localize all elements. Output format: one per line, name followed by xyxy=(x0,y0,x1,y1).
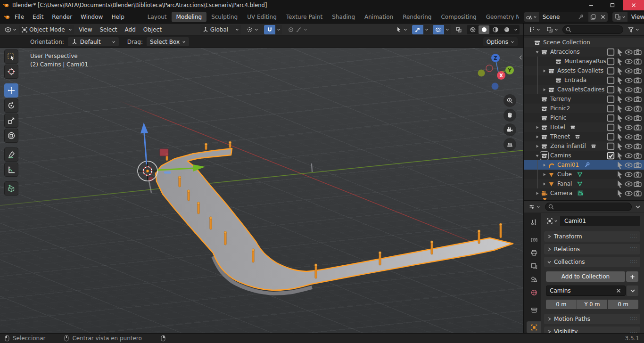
options-button[interactable]: Options xyxy=(483,37,518,46)
shading-solid-button[interactable] xyxy=(479,25,489,34)
gizmo-y-arrowhead[interactable] xyxy=(193,164,205,172)
outliner-row-entrada[interactable]: Entrada xyxy=(524,75,644,85)
properties-tab-tool[interactable] xyxy=(527,217,541,229)
hide-viewport-toggle[interactable] xyxy=(624,104,633,113)
panel-drag-grip[interactable]: ········ xyxy=(630,234,637,239)
collection-checkbox[interactable] xyxy=(606,132,615,141)
curve-handle-square[interactable] xyxy=(160,149,168,156)
workspace-tab-compositing[interactable]: Compositing xyxy=(436,12,481,22)
scene-name[interactable]: Scene xyxy=(543,14,560,20)
offset-field-1[interactable]: Y 0 m xyxy=(577,300,608,309)
selectable-toggle[interactable] xyxy=(615,161,624,170)
selectable-toggle[interactable] xyxy=(615,170,624,179)
selectable-toggle[interactable] xyxy=(615,189,624,198)
menu-file[interactable]: File xyxy=(10,14,28,20)
tool-move[interactable] xyxy=(4,83,18,98)
hide-viewport-toggle[interactable] xyxy=(624,95,633,104)
selectable-toggle[interactable] xyxy=(615,95,624,104)
object-data-dropdown[interactable] xyxy=(544,216,560,226)
outliner-row-cube[interactable]: Cube xyxy=(524,170,644,179)
sidebar-collapse-icon[interactable] xyxy=(519,55,523,62)
expand-expand-icon[interactable] xyxy=(541,163,547,167)
panel-visibility[interactable]: Visibility········ xyxy=(544,327,640,333)
unlink-scene-button[interactable] xyxy=(598,12,608,22)
tool-measure[interactable] xyxy=(4,163,18,177)
properties-tab-scene[interactable] xyxy=(527,274,541,286)
hide-viewport-toggle[interactable] xyxy=(624,180,633,188)
selectable-toggle[interactable] xyxy=(615,57,624,66)
pin-icon[interactable] xyxy=(578,14,584,20)
expand-collapse-icon[interactable] xyxy=(534,50,540,54)
properties-tab-output[interactable] xyxy=(527,247,541,259)
nav-neg-z-ball[interactable] xyxy=(492,83,499,90)
orientation-select[interactable]: Global xyxy=(200,25,241,34)
object-visibility-button[interactable] xyxy=(394,25,409,34)
panel-motion-paths[interactable]: Motion Paths········ xyxy=(544,314,640,324)
hide-viewport-toggle[interactable] xyxy=(624,123,633,132)
show-overlays-toggle[interactable] xyxy=(433,25,444,34)
hide-render-toggle[interactable] xyxy=(633,132,642,141)
outliner-row-cami01[interactable]: Cami01 xyxy=(524,160,644,170)
panel-transform[interactable]: Transform········ xyxy=(544,231,640,242)
expand-expand-icon[interactable] xyxy=(541,182,547,186)
workspace-tab-sculpting[interactable]: Sculpting xyxy=(206,12,242,22)
workspace-tab-uv-editing[interactable]: UV Editing xyxy=(242,12,281,22)
outliner-row-fanal[interactable]: Fanal xyxy=(524,179,644,188)
mode-select[interactable]: Object Mode xyxy=(19,25,74,34)
gizmo-options-button[interactable] xyxy=(423,25,430,34)
viewport-menu-object[interactable]: Object xyxy=(140,24,165,36)
selectable-toggle[interactable] xyxy=(615,104,624,113)
hide-viewport-toggle[interactable] xyxy=(624,170,633,179)
collection-checkbox[interactable] xyxy=(606,85,615,94)
pivot-point-button[interactable] xyxy=(245,25,260,34)
selectable-toggle[interactable] xyxy=(615,142,624,151)
viewport-menu-add[interactable]: Add xyxy=(121,24,140,36)
panel-drag-grip[interactable]: ········ xyxy=(630,260,637,264)
nav-pan-button[interactable] xyxy=(504,109,516,122)
outliner-row-scene-collection[interactable]: Scene Collection xyxy=(524,38,644,47)
selectable-toggle[interactable] xyxy=(615,151,624,160)
shading-material-button[interactable] xyxy=(490,25,501,34)
tool-cursor[interactable] xyxy=(4,65,18,79)
editor-type-button[interactable] xyxy=(3,25,18,34)
workspace-tab-modeling[interactable]: Modeling xyxy=(172,12,207,22)
properties-editor-type-button[interactable] xyxy=(527,203,542,211)
hide-render-toggle[interactable] xyxy=(633,114,642,122)
tool-annotate[interactable] xyxy=(4,147,18,162)
shading-options-button[interactable] xyxy=(512,25,519,34)
panel-drag-grip[interactable]: ········ xyxy=(630,329,637,333)
hide-render-toggle[interactable] xyxy=(633,95,642,104)
selectable-toggle[interactable] xyxy=(615,132,624,141)
hide-viewport-toggle[interactable] xyxy=(624,76,633,85)
expand-expand-icon[interactable] xyxy=(534,125,540,130)
properties-tab-collection[interactable] xyxy=(527,304,541,316)
hide-viewport-toggle[interactable] xyxy=(624,66,633,75)
hide-render-toggle[interactable] xyxy=(633,85,642,94)
properties-tab-world[interactable] xyxy=(527,286,541,298)
gizmo-z-axis[interactable] xyxy=(144,133,147,164)
orientation-setting-select[interactable]: Default xyxy=(68,37,119,46)
hide-render-toggle[interactable] xyxy=(633,170,642,179)
minimize-button[interactable] xyxy=(580,0,602,10)
expand-collapse-icon[interactable] xyxy=(534,154,540,158)
outliner-filter-button[interactable] xyxy=(626,25,641,34)
collection-checkbox[interactable] xyxy=(606,57,615,66)
outliner-row-zona-infantil[interactable]: Zona infantil xyxy=(524,141,644,151)
object-name-field[interactable]: Cami01 xyxy=(560,216,640,226)
panel-drag-grip[interactable]: ········ xyxy=(630,317,637,321)
hide-viewport-toggle[interactable] xyxy=(624,114,633,122)
menu-edit[interactable]: Edit xyxy=(28,14,48,20)
navigation-gizmo[interactable]: Z Y X xyxy=(473,50,519,95)
selectable-toggle[interactable] xyxy=(615,180,624,188)
remove-collection-icon[interactable] xyxy=(615,287,622,294)
outliner-row-camins[interactable]: Camins xyxy=(524,151,644,160)
blender-logo-icon[interactable] xyxy=(4,14,10,20)
collection-checkbox[interactable] xyxy=(606,104,615,113)
hide-viewport-toggle[interactable] xyxy=(624,142,633,151)
collection-checkbox[interactable] xyxy=(606,114,615,122)
panel-drag-grip[interactable]: ········ xyxy=(630,247,637,252)
expand-expand-icon[interactable] xyxy=(541,172,547,177)
collection-specials-button[interactable] xyxy=(627,286,638,296)
view-layer-name[interactable]: ViewLayer xyxy=(631,14,644,20)
proportional-editing-button[interactable] xyxy=(286,25,309,34)
